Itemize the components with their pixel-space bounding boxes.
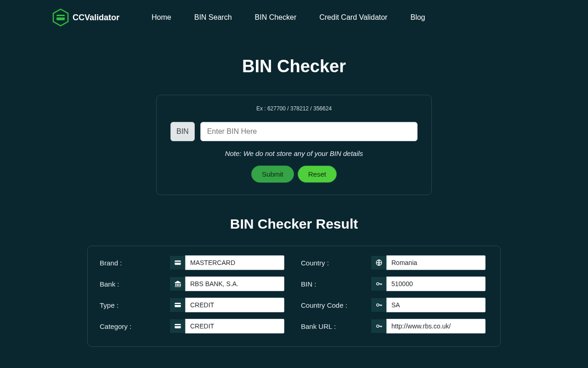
result-field-value: Romania <box>386 255 486 270</box>
result-card: Brand :MASTERCARDBank :RBS BANK, S.A.Typ… <box>87 246 501 347</box>
result-field: BIN :510000 <box>301 276 488 291</box>
result-field-box: SA <box>371 298 486 312</box>
result-field: Category :CREDIT <box>100 319 287 334</box>
bin-form-card: Ex : 627700 / 378212 / 356624 BIN Note: … <box>156 95 432 195</box>
result-field-box: RBS BANK, S.A. <box>170 276 284 291</box>
bin-form-buttons: Submit Reset <box>170 166 418 183</box>
result-field-value: 510000 <box>386 276 486 291</box>
result-field-label: Type : <box>100 301 164 309</box>
nav-cc-validator[interactable]: Credit Card Validator <box>319 13 387 22</box>
result-field-label: Country Code : <box>301 301 365 309</box>
result-field-value: RBS BANK, S.A. <box>185 276 284 291</box>
result-field: Bank URL :http://www.rbs.co.uk/ <box>301 319 488 334</box>
result-field-value: http://www.rbs.co.uk/ <box>386 319 486 334</box>
result-field: Type :CREDIT <box>100 298 287 312</box>
result-col-left: Brand :MASTERCARDBank :RBS BANK, S.A.Typ… <box>100 255 287 334</box>
svg-rect-2 <box>57 16 65 17</box>
bin-example-text: Ex : 627700 / 378212 / 356624 <box>170 105 418 112</box>
reset-button[interactable]: Reset <box>298 166 337 183</box>
result-field-box: http://www.rbs.co.uk/ <box>371 319 486 334</box>
nav-home[interactable]: Home <box>152 13 171 22</box>
result-field-value: MASTERCARD <box>185 255 284 270</box>
result-field: Bank :RBS BANK, S.A. <box>100 276 287 291</box>
card-icon <box>170 298 185 312</box>
result-field-label: Brand : <box>100 259 164 267</box>
card-icon <box>170 255 185 270</box>
key-icon <box>371 276 386 291</box>
key-icon <box>371 319 386 334</box>
result-field-box: Romania <box>371 255 486 270</box>
result-title: BIN Checker Result <box>0 216 588 232</box>
result-field: Country Code :SA <box>301 298 488 312</box>
top-navbar: CCValidator Home BIN Search BIN Checker … <box>0 0 588 31</box>
result-field: Country :Romania <box>301 255 488 270</box>
bin-input-prefix: BIN <box>170 122 195 141</box>
nav-blog[interactable]: Blog <box>410 13 425 22</box>
page-title: BIN Checker <box>0 57 588 76</box>
result-field-label: BIN : <box>301 280 365 288</box>
result-field-label: Bank URL : <box>301 322 365 330</box>
bin-input[interactable] <box>200 122 418 141</box>
brand-name: CCValidator <box>73 13 119 23</box>
result-field-label: Country : <box>301 259 365 267</box>
result-field: Brand :MASTERCARD <box>100 255 287 270</box>
bin-form-note: Note: We do not store any of your BIN de… <box>170 150 418 157</box>
result-field-label: Category : <box>100 322 164 330</box>
brand[interactable]: CCValidator <box>51 8 119 27</box>
result-field-value: CREDIT <box>185 319 284 334</box>
nav-bin-checker[interactable]: BIN Checker <box>255 13 297 22</box>
card-icon <box>170 319 185 334</box>
result-field-label: Bank : <box>100 280 164 288</box>
key-icon <box>371 298 386 312</box>
result-field-value: CREDIT <box>185 298 284 312</box>
result-col-right: Country :RomaniaBIN :510000Country Code … <box>301 255 488 334</box>
bin-input-row: BIN <box>170 122 418 141</box>
result-field-box: 510000 <box>371 276 486 291</box>
result-field-box: CREDIT <box>170 298 284 312</box>
submit-button[interactable]: Submit <box>251 166 294 183</box>
brand-logo-icon <box>51 8 70 27</box>
result-field-box: CREDIT <box>170 319 284 334</box>
main-nav: Home BIN Search BIN Checker Credit Card … <box>152 13 425 22</box>
result-field-value: SA <box>386 298 486 312</box>
bank-icon <box>170 276 185 291</box>
globe-icon <box>371 255 386 270</box>
nav-bin-search[interactable]: BIN Search <box>194 13 232 22</box>
result-field-box: MASTERCARD <box>170 255 284 270</box>
